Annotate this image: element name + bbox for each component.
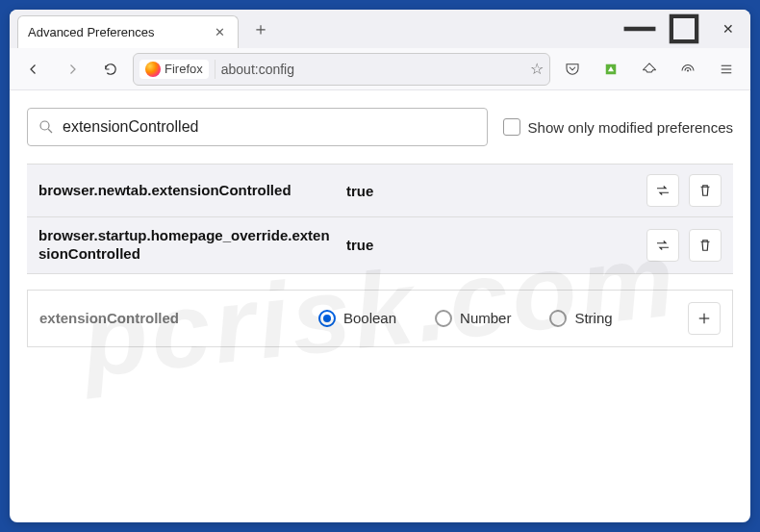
url-text: about:config [221, 62, 524, 77]
tab-title: Advanced Preferences [28, 25, 211, 39]
new-pref-row: extensionControlled Boolean Number Strin… [27, 290, 733, 347]
vpn-icon[interactable] [671, 53, 704, 86]
svg-rect-1 [671, 16, 697, 41]
window-maximize-button[interactable] [662, 10, 706, 48]
pref-value: true [346, 237, 637, 253]
pocket-icon[interactable] [556, 53, 589, 86]
window-close-button[interactable]: ✕ [706, 10, 750, 48]
type-radio-string[interactable]: String [549, 310, 612, 327]
type-radio-number[interactable]: Number [435, 310, 511, 327]
delete-button[interactable] [689, 174, 722, 207]
url-bar[interactable]: Firefox about:config ☆ [133, 53, 550, 86]
svg-point-8 [40, 121, 49, 130]
radio-icon [318, 310, 336, 327]
pref-name: browser.newtab.extensionControlled [38, 182, 337, 200]
pref-search-box[interactable] [27, 108, 488, 146]
firefox-icon [145, 62, 161, 77]
svg-point-4 [687, 69, 689, 71]
svg-line-9 [48, 129, 52, 133]
delete-button[interactable] [689, 229, 722, 262]
identity-badge[interactable]: Firefox [139, 60, 209, 79]
nav-back-button[interactable] [17, 53, 50, 86]
browser-tab[interactable]: Advanced Preferences ✕ [17, 15, 239, 48]
new-tab-button[interactable]: ＋ [246, 14, 275, 43]
search-icon [38, 118, 55, 136]
pref-row: browser.newtab.extensionControlled true [27, 165, 733, 217]
pref-name: browser.startup.homepage_override.extens… [38, 227, 337, 264]
window-minimize-button[interactable] [618, 10, 662, 48]
inbox-icon[interactable] [633, 53, 666, 86]
nav-forward-button[interactable] [56, 53, 89, 86]
identity-label: Firefox [165, 62, 203, 76]
pref-value: true [346, 183, 637, 199]
toggle-button[interactable] [646, 174, 679, 207]
bookmark-star-icon[interactable]: ☆ [530, 60, 544, 78]
show-modified-label: Show only modified preferences [528, 119, 733, 136]
radio-icon [549, 310, 567, 327]
extension-icon[interactable] [595, 53, 627, 86]
checkbox-icon [503, 118, 520, 136]
show-modified-toggle[interactable]: Show only modified preferences [503, 118, 733, 136]
pref-row: browser.startup.homepage_override.extens… [27, 217, 733, 274]
app-menu-button[interactable] [710, 53, 743, 86]
add-pref-button[interactable] [688, 302, 721, 335]
new-pref-name: extensionControlled [39, 310, 309, 326]
radio-icon [435, 310, 452, 327]
toggle-button[interactable] [646, 229, 679, 262]
close-tab-icon[interactable]: ✕ [211, 25, 228, 39]
nav-reload-button[interactable] [94, 53, 127, 86]
type-radio-boolean[interactable]: Boolean [318, 310, 396, 327]
pref-search-input[interactable] [63, 118, 477, 136]
